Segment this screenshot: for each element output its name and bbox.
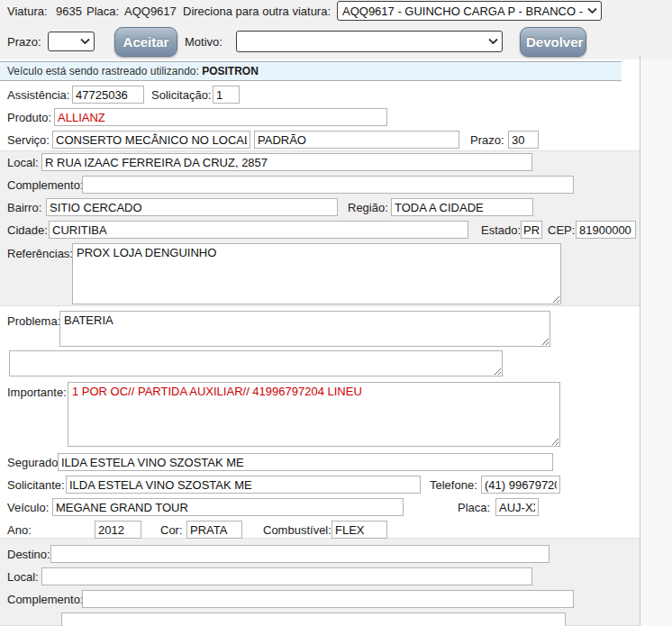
prazo-header-select[interactable]: [48, 32, 95, 51]
servico-tipo-input[interactable]: [254, 131, 459, 149]
telefone-input[interactable]: [481, 476, 560, 494]
problema-label: Problema:: [7, 314, 60, 328]
complemento-input[interactable]: [82, 176, 574, 194]
cep-input[interactable]: [576, 221, 636, 239]
viatura-value: 9635: [56, 5, 82, 18]
aceitar-button[interactable]: Aceitar: [114, 27, 177, 57]
destino-complemento-input[interactable]: [82, 590, 574, 608]
cep-label: CEP:: [548, 223, 575, 237]
segurado-input[interactable]: [58, 453, 553, 471]
destino-local-label: Local:: [7, 570, 39, 584]
ano-input[interactable]: [95, 521, 141, 539]
local-input[interactable]: [41, 153, 532, 171]
direciona-viatura-select[interactable]: AQQ9617 - GUINCHO CARGA P - BRANCO - 963…: [337, 1, 602, 21]
referencias-label: Referências:: [7, 247, 73, 260]
dispatch-assistance-screen: Viatura: 9635 Placa: AQQ9617 Direciona p…: [0, 0, 672, 626]
motivo-label: Motivo:: [185, 35, 222, 49]
destino-label: Destino:: [7, 548, 50, 561]
complemento-label: Complemento:: [7, 178, 84, 192]
importante-textarea[interactable]: 1 POR OC// PARTIDA AUXILIAR// 4199679720…: [68, 382, 560, 447]
bairro-input[interactable]: [46, 198, 338, 216]
destino-complemento-label: Complemento:: [7, 593, 84, 606]
tracking-provider: POSITRON: [202, 65, 259, 77]
produto-input[interactable]: [54, 108, 387, 126]
produto-label: Produto:: [7, 111, 51, 124]
regiao-label: Região:: [348, 201, 388, 214]
destino-notas-textarea[interactable]: [61, 612, 566, 626]
cor-input[interactable]: [186, 521, 242, 539]
prazo-input[interactable]: [508, 131, 539, 149]
cor-label: Cor:: [160, 523, 183, 537]
cidade-input[interactable]: [49, 221, 468, 239]
estado-label: Estado:: [481, 223, 521, 237]
motivo-select-control[interactable]: [236, 31, 503, 52]
destino-input[interactable]: [50, 545, 549, 563]
combustivel-input[interactable]: [331, 521, 387, 539]
regiao-input[interactable]: [391, 198, 533, 216]
placa-input[interactable]: [495, 498, 539, 516]
viatura-label: Viatura:: [7, 5, 48, 18]
cidade-label: Cidade:: [7, 223, 48, 237]
placa-header-value: AQQ9617: [124, 5, 177, 18]
local-label: Local:: [7, 156, 39, 169]
direciona-viatura-select-control[interactable]: AQQ9617 - GUINCHO CARGA P - BRANCO - 963…: [337, 1, 602, 21]
combustivel-label: Combustível:: [263, 523, 331, 537]
prazo-header-select-control[interactable]: [48, 32, 95, 51]
ano-label: Ano:: [7, 523, 32, 537]
estado-input[interactable]: [521, 221, 542, 239]
telefone-label: Telefone:: [430, 478, 477, 492]
veiculo-label: Veículo:: [7, 501, 49, 514]
motivo-select[interactable]: [236, 31, 503, 52]
prazo-label: Prazo:: [470, 133, 504, 147]
referencias-textarea[interactable]: PROX LOJA DENGUINHO: [72, 243, 561, 304]
prazo-header-label: Prazo:: [7, 35, 41, 49]
right-gutter: [640, 59, 672, 626]
assistencia-label: Assistência:: [7, 88, 69, 102]
solicitacao-label: Solicitação:: [151, 88, 211, 102]
servico-label: Serviço:: [7, 133, 50, 147]
segurado-label: Segurado:: [7, 456, 61, 469]
destino-local-input[interactable]: [41, 567, 532, 585]
importante-label: Importante:: [7, 386, 67, 399]
solicitante-input[interactable]: [66, 476, 421, 494]
content-right-border: [640, 56, 640, 626]
servico-input[interactable]: [52, 131, 250, 149]
direciona-label: Direciona para outra viatura:: [183, 5, 331, 18]
solicitacao-input[interactable]: [213, 86, 240, 104]
bairro-label: Bairro:: [7, 201, 41, 214]
assistencia-input[interactable]: [72, 86, 144, 104]
observacao-textarea[interactable]: [9, 350, 503, 377]
tracking-message: Veículo está sendo rastreado utilizando:: [7, 65, 199, 77]
devolver-button[interactable]: Devolver: [520, 27, 586, 57]
placa-label: Placa:: [458, 501, 490, 514]
problema-textarea[interactable]: BATERIA: [59, 311, 550, 347]
solicitante-label: Solicitante:: [7, 478, 65, 492]
veiculo-input[interactable]: [52, 498, 404, 516]
placa-header-label: Placa:: [86, 5, 119, 18]
tracking-bar: Veículo está sendo rastreado utilizando:…: [0, 61, 622, 81]
